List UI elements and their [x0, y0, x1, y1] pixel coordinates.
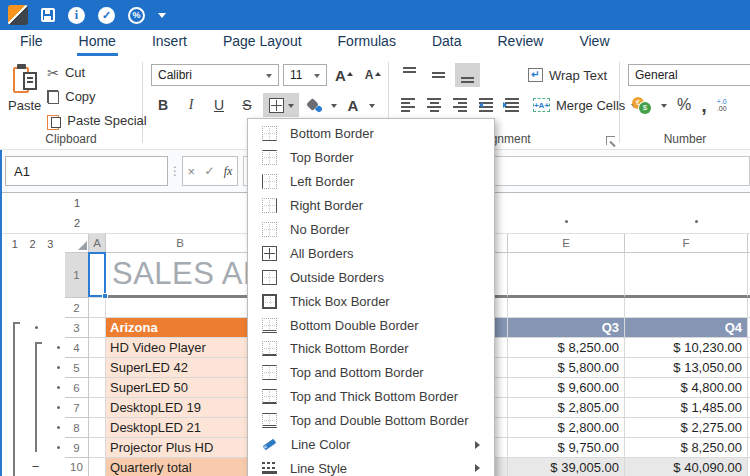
tab-view[interactable]: View [577, 30, 611, 56]
menu-item-right-border[interactable]: Right Border [248, 194, 494, 218]
align-center-button[interactable] [423, 94, 445, 116]
cut-button[interactable]: ✂ Cut [47, 62, 147, 83]
cell-E8[interactable]: $ 2,800.00 [508, 418, 625, 438]
info-icon[interactable] [68, 7, 85, 24]
cell-E1[interactable] [508, 253, 625, 298]
menu-item-line-color[interactable]: Line Color [248, 433, 494, 457]
fill-color-button[interactable] [303, 93, 327, 117]
row-outline-level-2-button[interactable]: 2 [29, 238, 35, 250]
row-header-4[interactable]: 4 [65, 338, 89, 358]
row-outline-level-3-button[interactable]: 3 [47, 238, 53, 250]
increase-indent-button[interactable] [501, 94, 523, 116]
menu-item-top-border[interactable]: Top Border [248, 146, 494, 170]
cell-A7[interactable] [89, 398, 106, 418]
cell-E5[interactable]: $ 5,800.00 [508, 358, 625, 378]
font-name-combobox[interactable]: Calibri [151, 64, 279, 86]
cell-F3[interactable]: Q4 [625, 318, 748, 338]
tab-review[interactable]: Review [496, 30, 546, 56]
quick-access-dropdown-icon[interactable] [158, 13, 166, 22]
check-circle-icon[interactable] [98, 7, 115, 24]
menu-item-all-borders[interactable]: All Borders [248, 241, 494, 265]
cell-B8[interactable]: DesktopLED 21 [106, 418, 255, 438]
row-outline-level-1-button[interactable]: 1 [12, 238, 18, 250]
cell-F5[interactable]: $ 13,050.00 [625, 358, 748, 378]
menu-item-thick-box-border[interactable]: Thick Box Border [248, 289, 494, 313]
cell-B9[interactable]: Projector Plus HD [106, 438, 255, 458]
align-middle-button[interactable] [426, 63, 451, 87]
cell-F7[interactable]: $ 1,485.00 [625, 398, 748, 418]
cell-F1[interactable] [625, 253, 748, 298]
menu-item-outside-borders[interactable]: Outside Borders [248, 265, 494, 289]
cell-E4[interactable]: $ 8,250.00 [508, 338, 625, 358]
cell-A10[interactable] [89, 458, 106, 476]
cell-A4[interactable] [89, 338, 106, 358]
alignment-dialog-launcher-icon[interactable] [606, 136, 615, 145]
cell-A2[interactable] [89, 298, 106, 318]
column-outline-level-1-button[interactable]: 1 [65, 193, 89, 213]
cell-B1[interactable]: SALES AN [106, 253, 255, 298]
cell-E9[interactable]: $ 9,750.00 [508, 438, 625, 458]
menu-item-top-and-double-bottom-border[interactable]: Top and Double Bottom Border [248, 409, 494, 433]
menu-item-bottom-border[interactable]: Bottom Border [248, 122, 494, 146]
row-header-9[interactable]: 9 [65, 438, 89, 458]
collapse-group-button[interactable]: − [29, 460, 42, 473]
save-icon[interactable] [41, 8, 55, 22]
copy-button[interactable]: Copy [47, 86, 147, 107]
increase-decimal-button[interactable]: +.0 .00 [717, 98, 727, 112]
fill-handle[interactable] [102, 293, 108, 299]
select-all-corner[interactable] [65, 234, 89, 253]
column-header-a[interactable]: A [89, 234, 106, 253]
tab-formulas[interactable]: Formulas [336, 30, 398, 56]
cell-F9[interactable]: $ 8,250.00 [625, 438, 748, 458]
cell-B5[interactable]: SuperLED 42 [106, 358, 255, 378]
row-header-8[interactable]: 8 [65, 418, 89, 438]
menu-item-line-style[interactable]: Line Style [248, 456, 494, 476]
column-header-f[interactable]: F [625, 234, 748, 253]
cell-A6[interactable] [89, 378, 106, 398]
cell-E10[interactable]: $ 39,005.00 [508, 458, 625, 476]
paste-button[interactable]: Paste [8, 62, 41, 131]
tab-home[interactable]: Home [77, 30, 118, 56]
borders-button[interactable] [263, 93, 299, 117]
increase-font-size-button[interactable]: A [331, 68, 357, 83]
cell-E3[interactable]: Q3 [508, 318, 625, 338]
cell-A9[interactable] [89, 438, 106, 458]
paste-special-button[interactable]: Paste Special [47, 110, 147, 131]
chevron-down-icon[interactable] [369, 104, 375, 111]
cell-B6[interactable]: SuperLED 50 [106, 378, 255, 398]
percent-style-button[interactable]: % [677, 96, 691, 114]
column-outline-level-2-button[interactable]: 2 [65, 213, 89, 233]
cell-B7[interactable]: DesktopLED 19 [106, 398, 255, 418]
menu-item-thick-bottom-border[interactable]: Thick Bottom Border [248, 337, 494, 361]
name-box[interactable]: A1 [5, 156, 168, 186]
number-format-combobox[interactable]: General [628, 64, 750, 86]
row-header-5[interactable]: 5 [65, 358, 89, 378]
align-top-button[interactable] [397, 63, 422, 87]
confirm-button[interactable]: ✓ [204, 164, 214, 178]
bold-button[interactable]: B [151, 93, 175, 117]
tab-file[interactable]: File [18, 30, 45, 56]
menu-item-left-border[interactable]: Left Border [248, 170, 494, 194]
tab-insert[interactable]: Insert [150, 30, 189, 56]
column-header-b[interactable]: B [106, 234, 255, 253]
cell-E6[interactable]: $ 9,600.00 [508, 378, 625, 398]
row-header-7[interactable]: 7 [65, 398, 89, 418]
decrease-indent-button[interactable] [475, 94, 497, 116]
menu-item-bottom-double-border[interactable]: Bottom Double Border [248, 313, 494, 337]
italic-button[interactable]: I [179, 93, 203, 117]
row-header-6[interactable]: 6 [65, 378, 89, 398]
menu-item-top-and-thick-bottom-border[interactable]: Top and Thick Bottom Border [248, 385, 494, 409]
cell-A3[interactable] [89, 318, 106, 338]
cell-B10[interactable]: Quarterly total [106, 458, 255, 476]
align-bottom-button[interactable] [455, 63, 480, 87]
comma-style-button[interactable]: , [701, 100, 707, 110]
row-header-3[interactable]: 3 [65, 318, 89, 338]
menu-item-top-and-bottom-border[interactable]: Top and Bottom Border [248, 361, 494, 385]
align-right-button[interactable] [449, 94, 471, 116]
cell-E2[interactable] [508, 298, 625, 318]
cell-B3[interactable]: Arizona [106, 318, 255, 338]
row-header-10[interactable]: 10 [65, 458, 89, 476]
cell-A8[interactable] [89, 418, 106, 438]
cell-A5[interactable] [89, 358, 106, 378]
cancel-button[interactable]: × [188, 164, 196, 179]
